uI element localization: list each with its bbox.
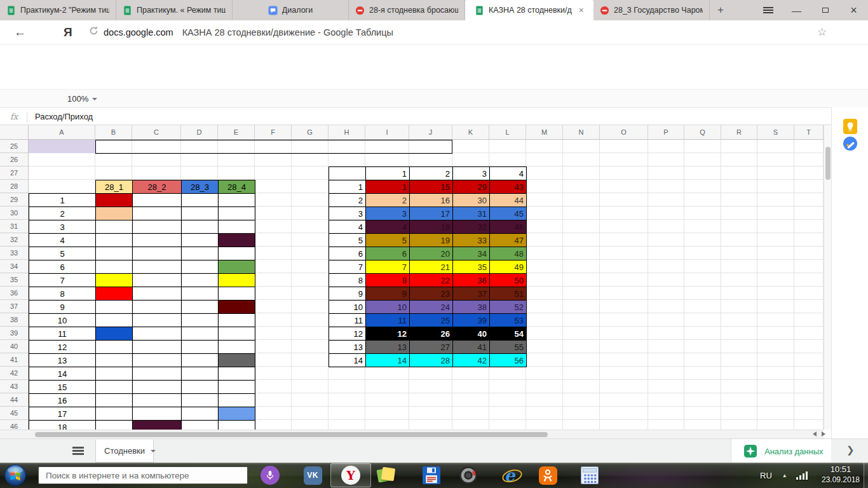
start-button[interactable] bbox=[4, 464, 27, 488]
new-tab-button[interactable]: + bbox=[710, 0, 731, 20]
filled-cell[interactable] bbox=[96, 207, 133, 220]
calculator-icon[interactable] bbox=[580, 466, 599, 485]
day-value-cell[interactable]: 24 bbox=[410, 301, 453, 314]
empty-cell[interactable] bbox=[182, 194, 219, 207]
day-value-cell[interactable]: 21 bbox=[410, 261, 453, 274]
row-label-cell[interactable]: 8 bbox=[329, 274, 366, 287]
day-number-cell[interactable]: 8 bbox=[29, 287, 96, 301]
zoom-control[interactable]: 100% bbox=[67, 90, 97, 108]
empty-cell[interactable] bbox=[96, 381, 133, 394]
google-keep-icon[interactable] bbox=[843, 119, 857, 138]
filled-cell[interactable] bbox=[219, 407, 255, 421]
empty-cell[interactable] bbox=[182, 247, 219, 261]
minimize-button[interactable]: — bbox=[782, 0, 811, 20]
day-value-cell[interactable]: 29 bbox=[453, 180, 490, 194]
empty-cell[interactable] bbox=[219, 421, 255, 430]
filled-cell[interactable] bbox=[219, 261, 255, 274]
column-header-N[interactable]: N bbox=[563, 125, 600, 139]
week-header-cell[interactable]: 4 bbox=[490, 167, 527, 180]
day-number-cell[interactable]: 4 bbox=[29, 234, 96, 247]
day-value-cell[interactable]: 38 bbox=[453, 301, 490, 314]
empty-cell[interactable] bbox=[96, 421, 133, 430]
day-value-cell[interactable]: 52 bbox=[490, 301, 527, 314]
empty-cell[interactable] bbox=[182, 314, 219, 327]
day-value-cell[interactable]: 40 bbox=[453, 327, 490, 341]
vk-icon[interactable]: VK bbox=[303, 466, 322, 485]
week-header-cell[interactable]: 1 bbox=[366, 167, 410, 180]
day-value-cell[interactable]: 2 bbox=[366, 194, 410, 207]
day-value-cell[interactable]: 37 bbox=[453, 287, 490, 301]
empty-cell[interactable] bbox=[133, 247, 182, 261]
empty-cell[interactable] bbox=[182, 274, 219, 287]
row-header-28[interactable]: 28 bbox=[0, 180, 28, 193]
floppy-icon[interactable] bbox=[422, 466, 441, 485]
column-header-K[interactable]: K bbox=[452, 125, 489, 139]
taskbar-clock[interactable]: 10:51 23.09.2018 bbox=[817, 464, 864, 486]
filled-cell[interactable] bbox=[219, 234, 255, 247]
column-header-B[interactable]: B bbox=[95, 125, 132, 139]
row-header-46[interactable]: 46 bbox=[0, 420, 28, 430]
right-table[interactable]: 1234111529432216304433173145441832465519… bbox=[329, 166, 527, 367]
panel-expand-icon[interactable]: ❯ bbox=[846, 444, 855, 456]
column-header-I[interactable]: I bbox=[365, 125, 409, 139]
day-value-cell[interactable]: 54 bbox=[490, 327, 527, 341]
row-label-cell[interactable]: 11 bbox=[329, 314, 366, 327]
browser-tab[interactable]: 28_3 Государство Чаром bbox=[593, 0, 710, 20]
odnoklassniki-icon[interactable] bbox=[538, 466, 557, 485]
row-header-38[interactable]: 38 bbox=[0, 313, 28, 327]
day-number-cell[interactable]: 17 bbox=[29, 407, 96, 421]
row-label-cell[interactable]: 5 bbox=[329, 234, 366, 247]
empty-cell[interactable] bbox=[182, 381, 219, 394]
day-value-cell[interactable]: 22 bbox=[410, 274, 453, 287]
day-value-cell[interactable]: 50 bbox=[490, 274, 527, 287]
day-value-cell[interactable]: 47 bbox=[490, 234, 527, 247]
day-value-cell[interactable]: 46 bbox=[490, 220, 527, 234]
left-table-header[interactable]: 28_128_228_328_4 bbox=[95, 180, 255, 194]
day-value-cell[interactable]: 13 bbox=[366, 341, 410, 354]
day-value-cell[interactable]: 14 bbox=[366, 354, 410, 367]
empty-cell[interactable] bbox=[182, 301, 219, 314]
browser-menu-button[interactable] bbox=[754, 0, 782, 20]
tray-expand-icon[interactable]: ▲ bbox=[782, 473, 787, 478]
empty-cell[interactable] bbox=[219, 194, 255, 207]
day-value-cell[interactable]: 39 bbox=[453, 314, 490, 327]
row-header-32[interactable]: 32 bbox=[0, 233, 28, 247]
row-label-cell[interactable]: 3 bbox=[329, 207, 366, 220]
empty-cell[interactable] bbox=[133, 220, 182, 234]
address-bar[interactable]: ← Я docs.google.com КАЗНА 28 стодневки/д… bbox=[0, 20, 868, 44]
scroll-left-icon[interactable] bbox=[813, 431, 817, 437]
row-header-34[interactable]: 34 bbox=[0, 260, 28, 273]
day-value-cell[interactable]: 5 bbox=[366, 234, 410, 247]
empty-cell[interactable] bbox=[133, 367, 182, 381]
browser-tab[interactable]: КАЗНА 28 стодневки/д× bbox=[465, 0, 593, 20]
empty-cell[interactable] bbox=[96, 367, 133, 381]
empty-cell[interactable] bbox=[219, 367, 255, 381]
empty-cell[interactable] bbox=[219, 381, 255, 394]
row-header-37[interactable]: 37 bbox=[0, 300, 28, 313]
empty-cell[interactable] bbox=[96, 314, 133, 327]
column-header-H[interactable]: H bbox=[329, 125, 365, 139]
empty-cell[interactable] bbox=[96, 341, 133, 354]
empty-cell[interactable] bbox=[133, 341, 182, 354]
empty-cell[interactable] bbox=[182, 261, 219, 274]
day-number-cell[interactable]: 13 bbox=[29, 354, 96, 367]
vertical-scroll-thumb[interactable] bbox=[825, 147, 831, 180]
empty-cell[interactable] bbox=[133, 207, 182, 220]
day-value-cell[interactable]: 17 bbox=[410, 207, 453, 220]
filled-cell[interactable] bbox=[96, 274, 133, 287]
row-header-27[interactable]: 27 bbox=[0, 166, 28, 180]
column-header-O[interactable]: O bbox=[600, 125, 648, 139]
back-icon[interactable]: ← bbox=[14, 25, 26, 39]
day-value-cell[interactable]: 16 bbox=[410, 194, 453, 207]
empty-cell[interactable] bbox=[96, 234, 133, 247]
restore-button[interactable] bbox=[811, 0, 839, 20]
row-header-26[interactable]: 26 bbox=[0, 153, 28, 166]
day-value-cell[interactable]: 15 bbox=[410, 180, 453, 194]
empty-cell[interactable] bbox=[182, 207, 219, 220]
empty-cell[interactable] bbox=[133, 287, 182, 301]
day-value-cell[interactable]: 20 bbox=[410, 247, 453, 261]
empty-cell[interactable] bbox=[133, 274, 182, 287]
day-number-cell[interactable]: 6 bbox=[29, 261, 96, 274]
yandex-browser-icon[interactable]: Y bbox=[341, 466, 360, 485]
day-value-cell[interactable]: 32 bbox=[453, 220, 490, 234]
